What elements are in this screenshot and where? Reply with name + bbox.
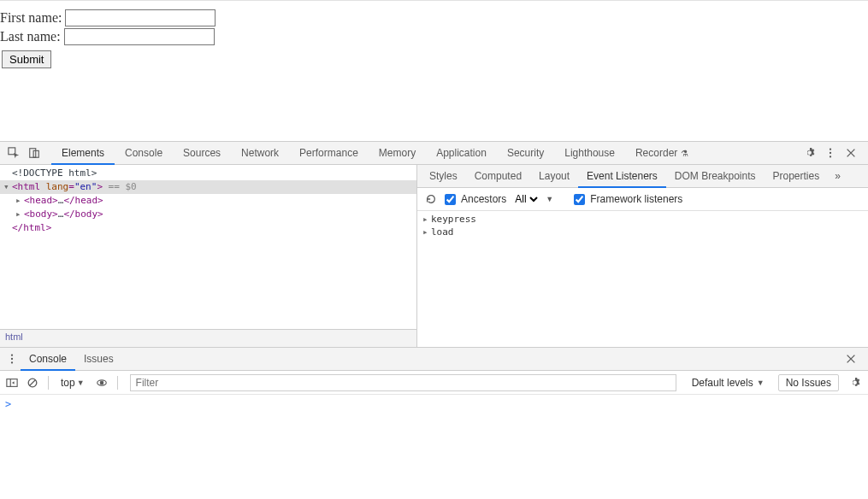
sidebar-tab-event-listeners[interactable]: Event Listeners (578, 165, 666, 188)
tab-lighthouse[interactable]: Lighthouse (554, 142, 625, 165)
last-name-label: Last name: (0, 29, 61, 44)
tab-performance[interactable]: Performance (289, 142, 369, 165)
execution-context-selector[interactable]: top ▼ (56, 377, 90, 389)
tab-sources[interactable]: Sources (173, 142, 231, 165)
console-tabs: Console Issues (0, 348, 868, 371)
dom-body-element[interactable]: ▸<body>…</body> (0, 208, 416, 221)
sidebar-tabs: Styles Computed Layout Event Listeners D… (417, 165, 868, 188)
devtools-tabs: Elements Console Sources Network Perform… (51, 142, 699, 164)
svg-point-14 (100, 381, 103, 385)
sidebar-more-tabs-icon[interactable]: » (828, 170, 847, 182)
recorder-beta-icon: ⚗ (681, 142, 688, 165)
sidebar-tab-computed[interactable]: Computed (466, 165, 530, 188)
console-settings-icon[interactable] (846, 373, 865, 393)
devtools-panel: Elements Console Sources Network Perform… (0, 141, 868, 499)
ancestors-checkbox[interactable] (445, 194, 456, 205)
first-name-row: First name: (0, 9, 868, 26)
drawer-tab-issues[interactable]: Issues (75, 348, 122, 371)
device-toolbar-icon[interactable] (24, 143, 44, 163)
svg-point-8 (11, 361, 13, 363)
svg-point-7 (11, 358, 13, 360)
tab-memory[interactable]: Memory (369, 142, 426, 165)
close-devtools-icon[interactable] (841, 143, 861, 163)
first-name-input[interactable] (65, 9, 216, 26)
page-viewport: First name: Last name: Submit (0, 0, 868, 141)
elements-panel: <!DOCTYPE html> ▾<html lang="en"> == $0 … (0, 165, 417, 347)
svg-point-3 (830, 148, 831, 150)
first-name-label: First name: (0, 10, 62, 26)
console-body[interactable]: > (0, 395, 868, 499)
dom-html-close[interactable]: </html> (0, 221, 416, 235)
issues-button[interactable]: No Issues (778, 374, 839, 391)
inspect-element-icon[interactable] (3, 143, 24, 163)
console-sidebar-toggle-icon[interactable] (3, 373, 21, 393)
console-prompt: > (5, 398, 11, 410)
console-toolbar: top ▼ Default levels ▼ No Issues (0, 371, 868, 395)
breadcrumb-bar[interactable]: html (0, 329, 416, 347)
last-name-row: Last name: (0, 28, 868, 45)
tab-recorder-label: Recorder (635, 142, 677, 165)
refresh-icon[interactable] (422, 189, 440, 209)
more-options-icon[interactable] (820, 143, 841, 163)
tab-console[interactable]: Console (115, 142, 173, 165)
svg-rect-1 (30, 149, 36, 158)
svg-point-4 (830, 152, 831, 154)
elements-sidebar: Styles Computed Layout Event Listeners D… (417, 165, 868, 347)
svg-point-6 (11, 354, 13, 355)
drawer-tab-console[interactable]: Console (21, 348, 75, 371)
sidebar-tab-properties[interactable]: Properties (765, 165, 829, 188)
dom-head-element[interactable]: ▸<head>…</head> (0, 194, 416, 208)
dom-tree[interactable]: <!DOCTYPE html> ▾<html lang="en"> == $0 … (0, 165, 416, 329)
dom-html-element[interactable]: ▾<html lang="en"> == $0 (0, 180, 416, 194)
log-levels-selector[interactable]: Default levels ▼ (685, 375, 771, 390)
ancestors-label: Ancestors (461, 193, 506, 205)
console-filter-input[interactable] (130, 374, 676, 391)
devtools-header: Elements Console Sources Network Perform… (0, 142, 868, 165)
drawer-more-icon[interactable] (3, 349, 21, 369)
event-listeners-toolbar: Ancestors All ▼ Framework listeners (417, 188, 868, 211)
tab-application[interactable]: Application (426, 142, 497, 165)
tab-network[interactable]: Network (231, 142, 289, 165)
framework-listeners-label: Framework listeners (590, 193, 682, 205)
sidebar-tab-layout[interactable]: Layout (530, 165, 578, 188)
log-levels-label: Default levels (692, 377, 753, 389)
framework-listeners-checkbox[interactable] (574, 194, 585, 205)
last-name-input[interactable] (64, 28, 215, 45)
listener-scope-select[interactable]: All (511, 192, 540, 206)
close-drawer-icon[interactable] (841, 349, 861, 369)
separator (48, 376, 49, 390)
settings-icon[interactable] (800, 143, 820, 163)
context-label: top (61, 377, 75, 389)
live-expression-icon[interactable] (93, 373, 110, 393)
console-drawer: Console Issues top ▼ (0, 347, 868, 499)
event-load[interactable]: ▸load (417, 226, 868, 238)
event-listeners-list: ▸keypress ▸load (417, 211, 868, 347)
chevron-down-icon: ▼ (757, 379, 765, 387)
svg-line-12 (30, 379, 36, 385)
svg-point-5 (830, 156, 831, 157)
dom-doctype[interactable]: <!DOCTYPE html> (0, 167, 416, 180)
devtools-main: <!DOCTYPE html> ▾<html lang="en"> == $0 … (0, 165, 868, 347)
chevron-down-icon: ▼ (77, 379, 85, 387)
event-keypress[interactable]: ▸keypress (417, 213, 868, 226)
separator (117, 376, 118, 390)
submit-button[interactable]: Submit (2, 50, 51, 68)
breadcrumb-html[interactable]: html (5, 332, 23, 342)
sidebar-tab-dom-breakpoints[interactable]: DOM Breakpoints (666, 165, 765, 188)
tab-recorder[interactable]: Recorder ⚗ (625, 142, 699, 165)
tab-elements[interactable]: Elements (51, 142, 115, 165)
clear-console-icon[interactable] (24, 373, 41, 393)
tab-security[interactable]: Security (497, 142, 554, 165)
chevron-down-icon: ▼ (546, 195, 553, 203)
sidebar-tab-styles[interactable]: Styles (421, 165, 466, 188)
